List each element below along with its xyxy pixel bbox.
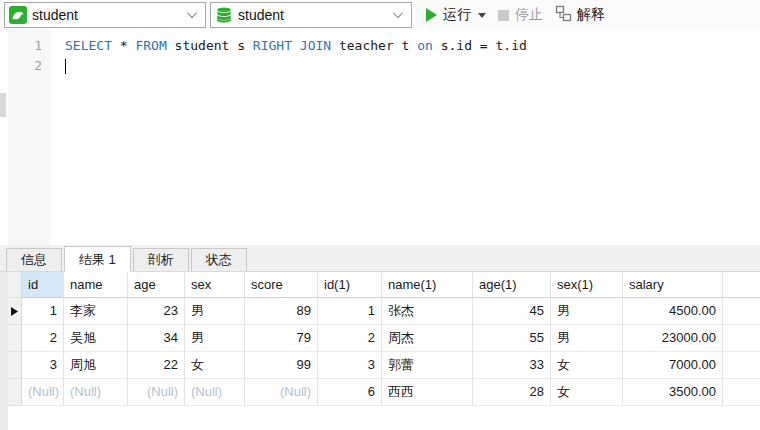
dock-handle[interactable] (0, 93, 6, 117)
sql-line[interactable] (50, 56, 760, 76)
column-header-score[interactable]: score (245, 272, 318, 298)
table-cell[interactable]: 女 (185, 352, 245, 379)
row-marker[interactable] (8, 379, 22, 406)
sql-keyword: on (417, 38, 433, 53)
table-cell[interactable]: 1 (318, 298, 382, 325)
table-cell[interactable]: 男 (551, 298, 623, 325)
row-filler (723, 352, 760, 379)
table-cell[interactable]: 89 (245, 298, 318, 325)
table-cell[interactable]: 28 (473, 379, 551, 406)
table-cell[interactable]: 23000.00 (623, 325, 723, 352)
header-filler (723, 272, 760, 298)
mysql-connection-icon (9, 6, 27, 24)
line-number-gutter: 12 (8, 30, 50, 245)
table-cell[interactable]: 2 (22, 325, 64, 352)
text-cursor (65, 59, 66, 74)
table-row: 1李家23男891张杰45男4500.00 (8, 298, 760, 325)
row-marker[interactable] (8, 352, 22, 379)
run-dropdown-caret-icon[interactable] (478, 13, 486, 18)
table-cell[interactable]: (Null) (185, 379, 245, 406)
sql-text: teacher t (331, 38, 417, 53)
row-filler (723, 379, 760, 406)
table-cell[interactable]: 22 (128, 352, 185, 379)
result-tab-2[interactable]: 剖析 (133, 248, 189, 271)
sql-editor[interactable]: 12 SELECT * FROM student s RIGHT JOIN te… (0, 30, 760, 245)
run-label: 运行 (443, 6, 471, 24)
database-value: student (238, 7, 393, 23)
sql-keyword: RIGHT JOIN (253, 38, 331, 53)
current-row-arrow-icon (11, 307, 18, 316)
table-cell[interactable]: 吴旭 (64, 325, 128, 352)
table-cell[interactable]: 79 (245, 325, 318, 352)
table-cell[interactable]: 99 (245, 352, 318, 379)
select-all-corner[interactable] (8, 272, 22, 298)
table-cell[interactable]: 3 (318, 352, 382, 379)
table-cell[interactable]: 6 (318, 379, 382, 406)
result-tab-3[interactable]: 状态 (191, 248, 247, 271)
table-cell[interactable]: 23 (128, 298, 185, 325)
column-header-age(1)[interactable]: age(1) (473, 272, 551, 298)
column-header-id(1)[interactable]: id(1) (318, 272, 382, 298)
table-cell[interactable]: (Null) (128, 379, 185, 406)
sql-text: student s (167, 38, 253, 53)
table-cell[interactable]: 1 (22, 298, 64, 325)
table-cell[interactable]: 55 (473, 325, 551, 352)
chevron-down-icon (187, 8, 197, 18)
line-number: 2 (8, 56, 50, 76)
database-icon (215, 6, 233, 24)
row-marker[interactable] (8, 325, 22, 352)
table-cell[interactable]: 张杰 (382, 298, 473, 325)
table-cell[interactable]: 郭蕾 (382, 352, 473, 379)
toolbar: student student 运行 停止 解释 (0, 0, 760, 30)
table-cell[interactable]: 男 (551, 325, 623, 352)
sql-keyword: SELECT (65, 38, 112, 53)
table-cell[interactable]: (Null) (22, 379, 64, 406)
table-header-row: idnameagesexscoreid(1)name(1)age(1)sex(1… (8, 272, 760, 298)
chevron-down-icon (393, 8, 403, 18)
database-select[interactable]: student (210, 2, 412, 28)
explain-button[interactable]: 解释 (549, 2, 611, 28)
column-header-name(1)[interactable]: name(1) (382, 272, 473, 298)
table-cell[interactable]: 45 (473, 298, 551, 325)
run-button[interactable]: 运行 (420, 2, 492, 28)
sql-code-area[interactable]: SELECT * FROM student s RIGHT JOIN teach… (50, 30, 760, 245)
table-cell[interactable]: 7000.00 (623, 352, 723, 379)
column-header-id[interactable]: id (22, 272, 64, 298)
sql-line[interactable]: SELECT * FROM student s RIGHT JOIN teach… (50, 36, 760, 56)
result-tab-0[interactable]: 信息 (6, 248, 62, 271)
table-cell[interactable]: 4500.00 (623, 298, 723, 325)
sql-query-window: student student 运行 停止 解释 12 (0, 0, 760, 430)
table-cell[interactable]: 2 (318, 325, 382, 352)
table-cell[interactable]: 33 (473, 352, 551, 379)
table-row: (Null)(Null)(Null)(Null)(Null)6西西28女3500… (8, 379, 760, 406)
explain-icon (555, 5, 572, 25)
table-cell[interactable]: (Null) (64, 379, 128, 406)
table-cell[interactable]: 男 (185, 298, 245, 325)
table-cell[interactable]: 女 (551, 352, 623, 379)
table-cell[interactable]: 西西 (382, 379, 473, 406)
sql-text: s.id = t.id (433, 38, 527, 53)
stop-icon (498, 10, 509, 21)
table-cell[interactable]: 女 (551, 379, 623, 406)
table-cell[interactable]: 34 (128, 325, 185, 352)
row-marker[interactable] (8, 298, 22, 325)
table-cell[interactable]: 周杰 (382, 325, 473, 352)
column-header-sex[interactable]: sex (185, 272, 245, 298)
result-tab-1[interactable]: 结果 1 (64, 246, 131, 272)
table-cell[interactable]: (Null) (245, 379, 318, 406)
table-cell[interactable]: 周旭 (64, 352, 128, 379)
connection-select[interactable]: student (4, 2, 206, 28)
table-cell[interactable]: 李家 (64, 298, 128, 325)
table-cell[interactable]: 3500.00 (623, 379, 723, 406)
result-tabbar: 信息结果 1剖析状态 (0, 245, 760, 272)
explain-label: 解释 (577, 6, 605, 24)
stop-button[interactable]: 停止 (492, 2, 549, 28)
table-cell[interactable]: 男 (185, 325, 245, 352)
column-header-sex(1)[interactable]: sex(1) (551, 272, 623, 298)
column-header-salary[interactable]: salary (623, 272, 723, 298)
column-header-name[interactable]: name (64, 272, 128, 298)
result-grid: idnameagesexscoreid(1)name(1)age(1)sex(1… (0, 272, 760, 430)
column-header-age[interactable]: age (128, 272, 185, 298)
table-cell[interactable]: 3 (22, 352, 64, 379)
sql-keyword: FROM (135, 38, 166, 53)
